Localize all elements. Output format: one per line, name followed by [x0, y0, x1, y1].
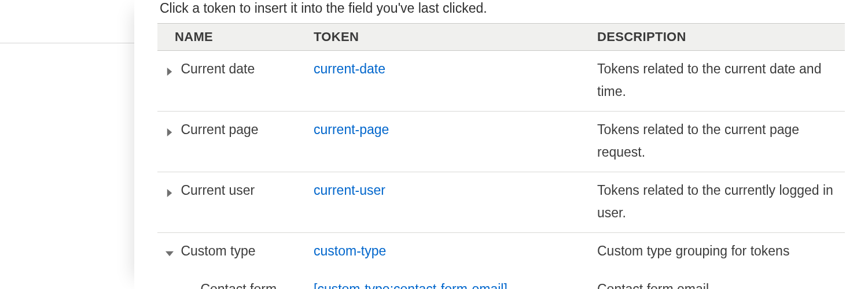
chevron-right-icon[interactable] — [162, 181, 177, 204]
row-description: Tokens related to the current page reque… — [593, 112, 845, 172]
table-row: Custom type custom-type Custom type grou… — [157, 233, 845, 271]
row-name: Custom type — [181, 243, 255, 258]
col-header-name[interactable]: NAME — [157, 23, 309, 50]
token-link[interactable]: current-user — [314, 183, 385, 198]
table-row: Current date current-date Tokens related… — [157, 50, 845, 111]
table-row: Contact form email [custom-type:contact-… — [157, 271, 845, 289]
row-description: Tokens related to the current date and t… — [593, 50, 845, 111]
left-sidebar — [0, 0, 134, 289]
table-row: Current page current-page Tokens related… — [157, 112, 845, 172]
chevron-right-icon[interactable] — [162, 60, 177, 83]
token-table: NAME TOKEN DESCRIPTION Current date — [157, 23, 845, 289]
row-description: Custom type grouping for tokens — [593, 233, 845, 271]
help-text: Click a token to insert it into the fiel… — [157, 0, 845, 23]
chevron-down-icon[interactable] — [162, 242, 177, 265]
token-link[interactable]: custom-type — [314, 243, 386, 258]
row-name: Current user — [181, 183, 255, 198]
token-link[interactable]: current-page — [314, 122, 389, 137]
row-description: Tokens related to the currently logged i… — [593, 172, 845, 233]
row-name: Contact form — [181, 278, 277, 289]
row-name: Current date — [181, 61, 255, 76]
sidebar-divider — [0, 43, 134, 43]
row-description: Contact form email — [593, 271, 845, 289]
row-name: Current page — [181, 122, 258, 137]
col-header-description[interactable]: DESCRIPTION — [593, 23, 845, 50]
token-panel: Click a token to insert it into the fiel… — [134, 0, 868, 289]
token-link[interactable]: [custom-type:contact-form-email] — [314, 281, 507, 289]
table-row: Current user current-user Tokens related… — [157, 172, 845, 233]
chevron-right-icon[interactable] — [162, 121, 177, 143]
token-link[interactable]: current-date — [314, 61, 385, 76]
col-header-token[interactable]: TOKEN — [309, 23, 593, 50]
